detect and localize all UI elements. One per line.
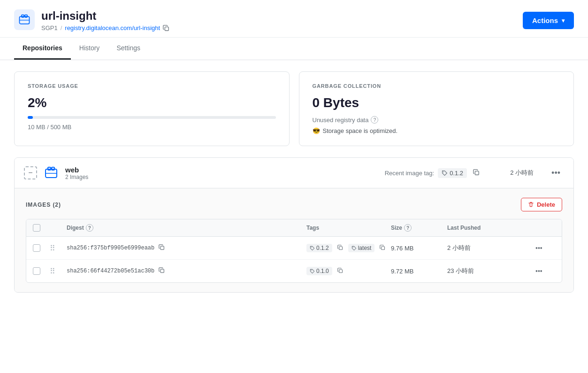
copy-tag-button[interactable] <box>471 168 482 178</box>
svg-rect-10 <box>475 171 479 175</box>
row1-checkbox-cell <box>33 244 50 252</box>
recent-tag-badge: 0.1.2 <box>438 168 467 178</box>
row1-copy-digest-button[interactable] <box>156 243 167 253</box>
copy-registry-url-button[interactable] <box>163 25 169 31</box>
images-section-title: IMAGES (2) <box>26 202 61 208</box>
chevron-down-icon: ▾ <box>562 17 565 24</box>
row2-last-pushed: 23 小時前 <box>447 267 532 275</box>
select-all-checkbox[interactable] <box>33 224 40 232</box>
storage-usage-card: STORAGE USAGE 2% 10 MB / 500 MB <box>14 71 290 146</box>
help-icon[interactable]: ? <box>371 116 378 124</box>
row2-copy-tag1-button[interactable] <box>335 267 345 276</box>
svg-rect-4 <box>165 27 168 31</box>
repo-header-right: Recent image tag: 0.1.2 <box>385 166 564 180</box>
row2-more-button[interactable]: ••• <box>532 265 546 277</box>
images-section: IMAGES (2) Delete Digest <box>15 188 573 292</box>
drag-handle-icon[interactable]: ⠿ <box>50 267 55 275</box>
delete-button[interactable]: Delete <box>521 198 562 211</box>
row1-more-options: ••• <box>532 242 555 254</box>
digest-help-icon[interactable]: ? <box>86 224 93 232</box>
row2-tags-cell: 0.1.0 <box>306 267 391 276</box>
row2-tag-1: 0.1.0 <box>306 267 332 275</box>
svg-rect-18 <box>339 269 342 272</box>
row1-drag-cell: ⠿ <box>50 244 67 253</box>
row2-checkbox[interactable] <box>33 267 40 275</box>
garbage-value: 0 Bytes <box>313 95 561 110</box>
storage-label: STORAGE USAGE <box>28 83 276 89</box>
row2-digest-cell: sha256:66f44272b05e51ac30b <box>67 266 306 276</box>
table-header-row: Digest ? Tags Size ? Last Pushed <box>26 219 562 237</box>
repo-icon <box>44 165 59 180</box>
optimized-emoji: 😎 <box>313 127 320 134</box>
table-row: ⠿ sha256:66f44272b05e51ac30b <box>26 260 562 282</box>
optimized-status: 😎 Storage space is optimized. <box>313 127 561 134</box>
svg-point-12 <box>311 247 312 247</box>
drag-handle-icon[interactable]: ⠿ <box>50 244 55 252</box>
size-help-icon[interactable]: ? <box>404 224 412 232</box>
repo-header: − web 2 Images Recent image tag: <box>15 158 573 188</box>
row2-size: 9.72 MB <box>391 268 447 275</box>
row2-copy-digest-button[interactable] <box>156 266 167 276</box>
row1-tags-cell: 0.1.2 <box>306 244 391 253</box>
recent-tag-value: 0.1.2 <box>450 170 463 177</box>
registry-url: registry.digitalocean.com/url-insight <box>65 24 160 31</box>
header-title-block: url-insight SGP1 / registry.digitalocean… <box>41 9 169 31</box>
repo-section: − web 2 Images Recent image tag: <box>14 157 574 293</box>
row1-size: 9.76 MB <box>391 245 447 252</box>
row1-more-button[interactable]: ••• <box>532 242 546 254</box>
row2-checkbox-cell <box>33 267 50 275</box>
garbage-label: GARBAGE COLLECTION <box>313 83 561 89</box>
app-logo-icon <box>14 9 35 30</box>
breadcrumb: SGP1 / registry.digitalocean.com/url-ins… <box>41 24 169 31</box>
storage-percentage: 2% <box>28 95 276 110</box>
col-digest-header: Digest ? <box>67 224 306 232</box>
table-row: ⠿ sha256:f375bf9905e6999eaab <box>26 237 562 260</box>
images-table: Digest ? Tags Size ? Last Pushed <box>26 219 562 283</box>
row1-tag-2: latest <box>348 244 375 252</box>
optimized-text: Storage space is optimized. <box>323 127 398 134</box>
col-last-pushed-header: Last Pushed <box>447 225 532 231</box>
images-header: IMAGES (2) Delete <box>26 198 562 211</box>
breadcrumb-region: SGP1 <box>41 24 58 31</box>
garbage-collection-card: GARBAGE COLLECTION 0 Bytes Unused regist… <box>299 71 574 146</box>
page-header: url-insight SGP1 / registry.digitalocean… <box>0 0 588 38</box>
row1-checkbox[interactable] <box>33 244 40 252</box>
repo-expand-button[interactable]: − <box>24 166 37 179</box>
svg-rect-11 <box>160 246 164 249</box>
tabs-bar: Repositories History Settings <box>0 38 588 60</box>
recent-tag-block: Recent image tag: 0.1.2 <box>385 168 482 178</box>
repo-name-block: web 2 Images <box>65 166 88 180</box>
delete-label: Delete <box>537 201 555 208</box>
row1-tag-1: 0.1.2 <box>306 244 332 252</box>
row1-copy-tag1-button[interactable] <box>335 244 345 253</box>
col-checkbox-header <box>33 224 50 232</box>
col-size-header: Size ? <box>391 224 447 232</box>
page-title: url-insight <box>41 9 169 23</box>
svg-rect-16 <box>160 269 164 272</box>
svg-rect-15 <box>382 246 385 249</box>
main-content: STORAGE USAGE 2% 10 MB / 500 MB GARBAGE … <box>0 60 588 304</box>
tab-settings[interactable]: Settings <box>108 38 149 60</box>
repo-more-options-button[interactable]: ••• <box>548 166 564 180</box>
recent-tag-label: Recent image tag: <box>385 170 435 177</box>
row1-digest-cell: sha256:f375bf9905e6999eaab <box>67 243 306 253</box>
col-tags-header: Tags <box>306 225 391 231</box>
actions-label: Actions <box>532 16 558 24</box>
progress-bar-fill <box>28 116 33 119</box>
tab-repositories[interactable]: Repositories <box>14 38 71 60</box>
svg-point-14 <box>352 247 353 247</box>
svg-point-17 <box>311 270 312 270</box>
storage-sub: 10 MB / 500 MB <box>28 124 276 131</box>
row2-drag-cell: ⠿ <box>50 267 67 276</box>
svg-point-9 <box>443 171 444 172</box>
row2-more-options: ••• <box>532 265 555 277</box>
progress-bar-bg <box>28 116 276 119</box>
row1-copy-tag2-button[interactable] <box>377 244 388 253</box>
tab-history[interactable]: History <box>71 38 108 60</box>
repo-name: web <box>65 166 88 174</box>
actions-button[interactable]: Actions ▾ <box>523 12 574 29</box>
breadcrumb-separator: / <box>61 24 62 31</box>
row1-last-pushed: 2 小時前 <box>447 244 532 252</box>
svg-rect-13 <box>339 246 342 249</box>
row2-digest: sha256:66f44272b05e51ac30b <box>67 268 154 274</box>
